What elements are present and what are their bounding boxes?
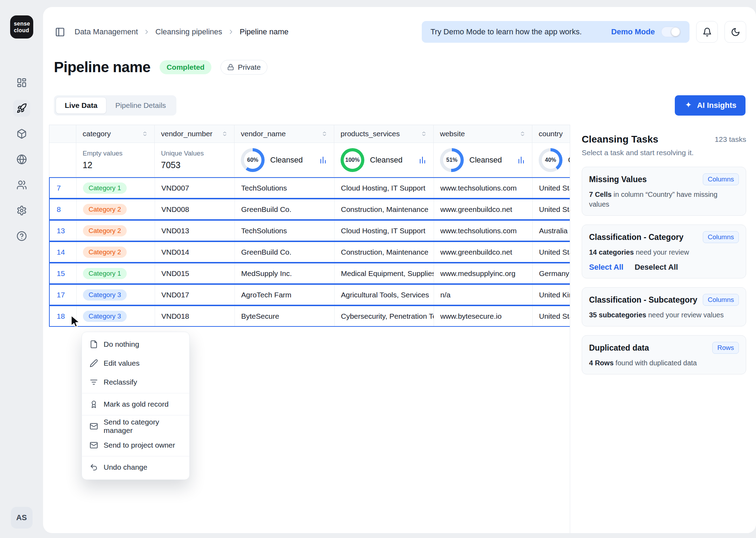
sidebar-item-pipelines[interactable] — [13, 100, 30, 117]
sort-icon — [421, 131, 427, 137]
cell-country: United States — [533, 306, 570, 326]
menu-item-send-to-project-owner[interactable]: Send to project owner — [82, 436, 189, 455]
column-header-products_services[interactable]: products_services — [334, 125, 434, 143]
cell-vendor_name: MedSupply Inc. — [235, 263, 335, 283]
sidebar-item-settings[interactable] — [13, 202, 30, 219]
task-scope-chip[interactable]: Columns — [703, 294, 739, 306]
task-card[interactable]: Duplicated dataRows4 Rows found with dup… — [582, 335, 746, 374]
table-row-13[interactable]: 13Category 2VND013TechSolutionsCloud Hos… — [49, 220, 570, 241]
menu-item-reclassify[interactable]: Reclassify — [82, 373, 189, 392]
task-card-header: Classification - CategoryColumns — [589, 231, 739, 243]
column-stats-cell: Unique Values7053 — [155, 143, 234, 177]
cell-vendor_number: VND013 — [155, 221, 235, 241]
cell-vendor_number: VND008 — [155, 199, 235, 219]
status-badge: Completed — [160, 60, 212, 74]
demo-mode-label: Demo Mode — [611, 27, 655, 36]
bar-chart-icon[interactable] — [418, 156, 427, 165]
globe-icon — [16, 154, 27, 165]
column-header-vendor_number[interactable]: vendor_number — [155, 125, 234, 143]
sidebar-toggle-button[interactable] — [54, 26, 66, 38]
menu-item-label: Reclassify — [104, 378, 137, 386]
task-link-select-all[interactable]: Select All — [589, 263, 623, 272]
category-badge: Category 2 — [83, 225, 127, 236]
menu-item-label: Send to category manager — [104, 418, 182, 435]
menu-item-do-nothing[interactable]: Do nothing — [82, 335, 189, 354]
breadcrumb-item-data-management[interactable]: Data Management — [75, 27, 138, 36]
task-card-highlight: 35 subcategories — [589, 311, 646, 319]
row-number: 17 — [50, 285, 77, 305]
menu-item-undo-change[interactable]: Undo change — [82, 458, 189, 477]
task-scope-chip[interactable]: Columns — [703, 231, 739, 243]
task-card-title: Classification - Category — [589, 233, 684, 242]
column-stats-cell: 60%Cleansed — [234, 143, 334, 177]
menu-item-label: Undo change — [104, 463, 147, 471]
cell-website: www.greenbuildco.net — [434, 199, 533, 219]
category-badge: Category 1 — [83, 268, 127, 279]
category-badge: Category 3 — [83, 311, 127, 322]
table-row-14[interactable]: 14Category 2VND014GreenBuild Co.Construc… — [49, 241, 570, 263]
menu-item-send-to-category-manager[interactable]: Send to category manager — [82, 417, 189, 436]
table-row-15[interactable]: 15Category 1VND015MedSupply Inc.Medical … — [49, 263, 570, 284]
row-number: 14 — [50, 242, 77, 262]
task-scope-chip[interactable]: Rows — [712, 342, 739, 354]
sidebar-item-help[interactable] — [13, 228, 30, 244]
task-card-header: Duplicated dataRows — [589, 342, 739, 354]
category-badge: Category 1 — [83, 182, 127, 194]
cell-website: www.bytesecure.io — [434, 306, 533, 326]
ai-insights-label: AI Insights — [697, 101, 736, 110]
column-label: vendor_number — [161, 130, 212, 138]
cell-website: n/a — [434, 285, 533, 305]
ai-insights-button[interactable]: AI Insights — [675, 95, 746, 116]
tab-pipeline-details[interactable]: Pipeline Details — [106, 97, 175, 114]
task-card-highlight: 14 categories — [589, 248, 634, 256]
tab-live-data[interactable]: Live Data — [56, 97, 106, 114]
row-number: 18 — [50, 306, 77, 326]
sidebar-item-team[interactable] — [13, 177, 30, 193]
task-link-deselect-all[interactable]: Deselect All — [635, 263, 678, 272]
menu-item-mark-as-gold-record[interactable]: Mark as gold record — [82, 395, 189, 414]
mail-icon — [90, 441, 98, 449]
bar-chart-icon[interactable] — [517, 156, 526, 165]
sidebar-item-dashboard[interactable] — [13, 74, 30, 91]
mail-icon — [90, 422, 98, 430]
table-row-7[interactable]: 7Category 1VND007TechSolutionsCloud Host… — [49, 177, 570, 199]
stats-label: Unique Values — [161, 150, 204, 157]
task-card-description: 14 categories need your review — [589, 247, 739, 257]
task-card[interactable]: Classification - SubcategoryColumns35 su… — [582, 287, 746, 326]
help-icon — [16, 231, 27, 241]
table-row-8[interactable]: 8Category 2VND008GreenBuild Co.Construct… — [49, 199, 570, 220]
cell-vendor_name: GreenBuild Co. — [235, 242, 335, 262]
table-row-17[interactable]: 17Category 3VND017AgroTech FarmAgricultu… — [49, 284, 570, 305]
column-label: country — [539, 130, 563, 138]
cell-products: Construction, Maintenance — [335, 199, 434, 219]
menu-item-edit-values[interactable]: Edit values — [82, 354, 189, 373]
page-title: Pipeline name — [54, 59, 150, 76]
column-header-country[interactable]: country — [532, 125, 570, 143]
column-header-vendor_name[interactable]: vendor_name — [234, 125, 334, 143]
row-number-stats-cell — [49, 143, 76, 177]
column-header-website[interactable]: website — [434, 125, 532, 143]
task-scope-chip[interactable]: Columns — [703, 173, 739, 185]
task-card-header: Missing ValuesColumns — [589, 173, 739, 185]
dark-mode-button[interactable] — [724, 21, 746, 43]
task-card[interactable]: Classification - CategoryColumns14 categ… — [582, 225, 746, 278]
breadcrumb-item-pipeline-name: Pipeline name — [240, 27, 288, 36]
panel-left-icon — [55, 27, 65, 37]
notifications-button[interactable] — [696, 21, 718, 43]
sidebar-item-explore[interactable] — [13, 151, 30, 168]
cleansing-tasks-panel: Cleansing Tasks 123 tasks Select a task … — [570, 125, 756, 533]
sidebar-item-products[interactable] — [13, 125, 30, 142]
cell-vendor_number: VND015 — [155, 263, 235, 283]
column-stats-cell: 100%Cleansed — [334, 143, 434, 177]
user-avatar[interactable]: AS — [11, 507, 33, 529]
breadcrumb-item-cleansing-pipelines[interactable]: Cleansing pipelines — [155, 27, 222, 36]
table-row-18[interactable]: 18Category 3VND018ByteSecureCybersecurit… — [49, 305, 570, 327]
stats-value: 7053 — [161, 160, 181, 170]
cell-category: Category 3 — [77, 285, 155, 305]
dashboard-icon — [16, 77, 27, 88]
bar-chart-icon[interactable] — [318, 156, 328, 165]
bell-icon — [702, 27, 712, 37]
demo-mode-toggle[interactable] — [661, 27, 681, 37]
column-header-category[interactable]: category — [76, 125, 155, 143]
task-card[interactable]: Missing ValuesColumns7 Cells in column “… — [582, 167, 746, 216]
